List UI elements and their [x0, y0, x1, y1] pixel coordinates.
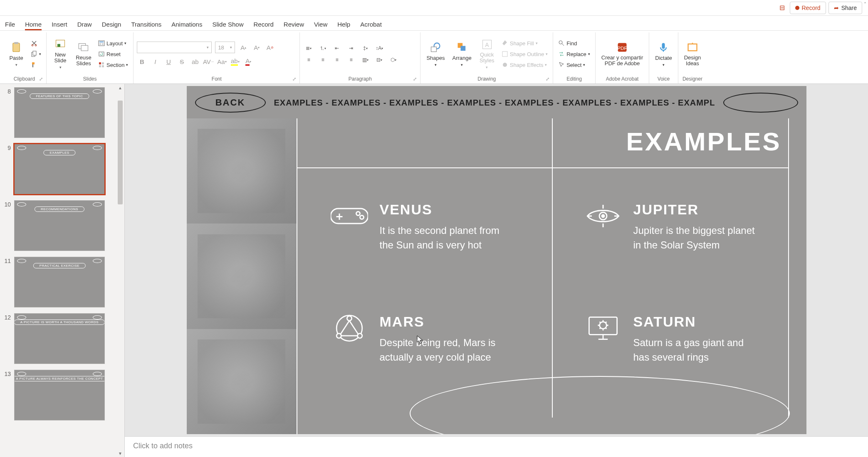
svg-rect-17 — [102, 62, 104, 64]
cell-saturn[interactable]: SATURNSaturn is a gas giant and has seve… — [584, 314, 758, 365]
copy-button[interactable]: ▾ — [29, 50, 43, 58]
collapse-ribbon-icon[interactable]: ˄ — [864, 2, 866, 7]
dictate-button[interactable]: Dictate▾ — [653, 40, 674, 69]
back-oval[interactable]: BACK — [195, 93, 266, 113]
scroll-up-icon[interactable]: ▲ — [116, 84, 124, 91]
shape-outline-button[interactable]: Shape Outline ▾ — [500, 50, 549, 58]
share-button[interactable]: ➦Share — [828, 2, 862, 14]
reuse-slides-button[interactable]: Reuse Slides — [73, 40, 94, 69]
tab-animations[interactable]: Animations — [171, 21, 202, 30]
change-case-button[interactable]: Aa▾ — [217, 57, 227, 66]
find-button[interactable]: Find — [556, 39, 592, 47]
bullets-button[interactable]: ≣▾ — [303, 44, 314, 53]
cell-venus[interactable]: VENUSIt is the second planet from the Su… — [331, 201, 504, 253]
tab-help[interactable]: Help — [337, 21, 350, 30]
arrange-button[interactable]: Arrange▾ — [450, 40, 474, 69]
align-right-button[interactable]: ≡ — [331, 55, 342, 64]
thumbnail-item[interactable]: 8FEATURES OF THIS TOPIC — [2, 87, 114, 138]
font-size-combo[interactable]: 18▾ — [215, 42, 235, 53]
tab-home[interactable]: Home — [25, 21, 42, 30]
drawing-dialog-icon[interactable]: ⤢ — [546, 76, 549, 82]
tab-transitions[interactable]: Transitions — [131, 21, 161, 30]
tab-review[interactable]: Review — [284, 21, 304, 30]
decrease-indent-button[interactable]: ⇤ — [331, 44, 342, 53]
tab-record[interactable]: Record — [253, 21, 273, 30]
thumbnail-slide[interactable]: A PICTURE ALWAYS REINFORCES THE CONCEPT — [14, 370, 105, 420]
format-painter-button[interactable] — [29, 61, 43, 69]
highlight-button[interactable]: ab▾ — [230, 57, 240, 66]
reset-button[interactable]: Reset — [96, 50, 130, 58]
svg-point-26 — [503, 63, 507, 67]
paragraph-dialog-icon[interactable]: ⤢ — [413, 76, 417, 82]
thumbnail-slide[interactable]: PRACTICAL EXERCISE — [14, 257, 105, 307]
italic-button[interactable]: I — [150, 57, 160, 66]
tab-draw[interactable]: Draw — [77, 21, 92, 30]
line-spacing-button[interactable]: ‡▾ — [360, 44, 371, 53]
decrease-font-button[interactable]: A▾ — [252, 42, 262, 52]
text-direction-button[interactable]: ↕A▾ — [374, 44, 385, 53]
cell-jupiter[interactable]: JUPITERJupiter is the biggest planet in … — [584, 201, 758, 253]
new-slide-button[interactable]: New Slide▾ — [50, 37, 71, 71]
replace-button[interactable]: Replace ▾ — [556, 50, 592, 58]
select-button[interactable]: Select ▾ — [556, 61, 592, 69]
cut-button[interactable] — [29, 39, 43, 47]
group-adobe: PDF Crear y compartir PDF de Adobe Adobe… — [596, 32, 649, 84]
slide-title[interactable]: EXAMPLES — [626, 127, 781, 156]
thumbnail-item[interactable]: 11PRACTICAL EXERCISE — [2, 257, 114, 307]
thumbnail-item[interactable]: 9EXAMPLES — [2, 144, 114, 194]
thumbnail-item[interactable]: 13A PICTURE ALWAYS REINFORCES THE CONCEP… — [2, 370, 114, 420]
tab-design[interactable]: Design — [102, 21, 121, 30]
align-center-button[interactable]: ≡ — [317, 55, 328, 64]
svg-rect-18 — [102, 65, 104, 67]
section-button[interactable]: Section ▾ — [96, 61, 130, 69]
thumbnail-item[interactable]: 12A PICTURE IS WORTH A THOUSAND WORDS — [2, 313, 114, 364]
scroll-down-icon[interactable]: ▼ — [116, 450, 124, 457]
align-text-button[interactable]: ⊟▾ — [374, 55, 385, 64]
thumbnail-slide[interactable]: FEATURES OF THIS TOPIC — [14, 87, 105, 138]
increase-font-button[interactable]: A▴ — [238, 42, 248, 52]
align-left-button[interactable]: ≡ — [303, 55, 314, 64]
comments-button[interactable]: ⊟ — [777, 1, 787, 14]
increase-indent-button[interactable]: ⇥ — [346, 44, 356, 53]
tab-view[interactable]: View — [314, 21, 327, 30]
thumbnail-slide[interactable]: A PICTURE IS WORTH A THOUSAND WORDS — [14, 313, 105, 364]
shadow-button[interactable]: ab — [190, 57, 200, 66]
title-bar: ⊟ Record ➦Share — [0, 0, 868, 16]
bold-button[interactable]: B — [137, 57, 147, 66]
notes-pane[interactable]: Click to add notes — [125, 436, 868, 457]
paste-button[interactable]: Paste▾ — [6, 40, 27, 69]
shape-fill-button[interactable]: Shape Fill ▾ — [500, 39, 549, 47]
scroll-handle[interactable] — [118, 101, 123, 204]
tab-slide-show[interactable]: Slide Show — [212, 21, 243, 30]
shapes-button[interactable]: Shapes▾ — [424, 40, 447, 69]
thumbnail-scrollbar[interactable]: ▲ ▼ — [116, 84, 124, 457]
group-voice: Dictate▾ Voice — [649, 32, 678, 84]
adobe-pdf-button[interactable]: PDF Crear y compartir PDF de Adobe — [599, 40, 645, 69]
clipboard-dialog-icon[interactable]: ⤢ — [39, 76, 43, 82]
group-designer: Design Ideas Designer ˄ — [678, 32, 707, 84]
font-name-combo[interactable]: ▾ — [137, 42, 212, 53]
char-spacing-button[interactable]: AV↔ — [203, 57, 213, 66]
justify-button[interactable]: ≡ — [346, 55, 356, 64]
tab-acrobat[interactable]: Acrobat — [360, 21, 382, 30]
thumbnail-slide[interactable]: EXAMPLES — [14, 144, 105, 194]
smartart-button[interactable]: ⬡▾ — [388, 55, 399, 64]
slide-canvas[interactable]: BACK EXAMPLES - EXAMPLES - EXAMPLES - EX… — [187, 86, 806, 434]
quick-styles-button[interactable]: AQuick Styles▾ — [477, 37, 497, 71]
shape-effects-button[interactable]: Shape Effects ▾ — [500, 61, 549, 69]
font-dialog-icon[interactable]: ⤢ — [292, 76, 296, 82]
numbering-button[interactable]: ⒈▾ — [317, 44, 328, 53]
thumbnail-slide[interactable]: RECOMMENDATIONS — [14, 200, 105, 251]
thumbnail-item[interactable]: 10RECOMMENDATIONS — [2, 200, 114, 251]
record-button[interactable]: Record — [790, 2, 826, 14]
tab-insert[interactable]: Insert — [52, 21, 67, 30]
columns-button[interactable]: ▥▾ — [360, 55, 371, 64]
strikethrough-button[interactable]: S — [177, 57, 187, 66]
vertical-divider — [552, 118, 553, 418]
tab-file[interactable]: File — [5, 21, 15, 30]
layout-button[interactable]: Layout ▾ — [96, 39, 130, 47]
font-color-button[interactable]: A▾ — [243, 57, 253, 66]
design-ideas-button[interactable]: Design Ideas — [682, 40, 703, 69]
clear-formatting-button[interactable]: A⊘ — [265, 42, 275, 52]
underline-button[interactable]: U — [163, 57, 173, 66]
